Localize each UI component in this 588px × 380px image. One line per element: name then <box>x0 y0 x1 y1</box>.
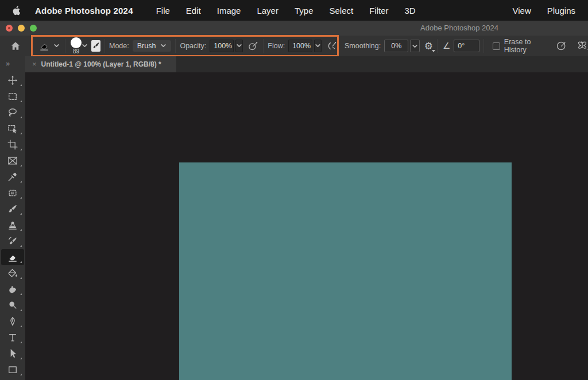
smoothing-label: Smoothing: <box>345 42 381 50</box>
tool-options-bar: 89 Mode: Brush Opacity: 100% <box>0 36 588 56</box>
tool-clone-stamp[interactable] <box>1 217 24 233</box>
object-selection-tool-icon <box>7 123 18 134</box>
toolbar-collapse-button[interactable]: » <box>0 56 25 70</box>
home-button[interactable] <box>0 36 31 56</box>
tool-preset-picker[interactable] <box>37 40 61 52</box>
chevron-down-icon <box>53 42 60 49</box>
document-tab-title: Untitled-1 @ 100% (Layer 1, RGB/8) * <box>41 60 161 68</box>
smoothing-input[interactable]: 0% <box>384 40 408 52</box>
menubar-app-name[interactable]: Adobe Photoshop 2024 <box>35 6 133 15</box>
document-tab[interactable]: × Untitled-1 @ 100% (Layer 1, RGB/8) * <box>25 56 176 72</box>
caret-down-icon <box>432 50 435 52</box>
chevron-down-icon <box>315 42 321 49</box>
tool-pen[interactable] <box>1 313 24 329</box>
brush-size-value: 89 <box>73 49 79 55</box>
type-tool-icon <box>7 332 18 343</box>
photoshop-window: Adobe Photoshop 2024 File Edit Image Lay… <box>0 0 588 380</box>
eraser-icon <box>38 40 50 52</box>
healing-brush-tool-icon <box>7 187 18 199</box>
tool-dodge[interactable] <box>1 297 24 313</box>
tool-healing-brush[interactable] <box>1 185 24 201</box>
brush-angle-input[interactable]: 0° <box>454 40 479 52</box>
mode-value: Brush <box>137 42 156 50</box>
brush-angle-icon: ∠ <box>443 41 450 51</box>
tool-type[interactable] <box>1 329 24 346</box>
rectangle-tool-icon <box>7 364 18 375</box>
eyedropper-tool-icon <box>7 171 18 183</box>
zoom-window-button[interactable] <box>30 25 37 32</box>
clone-stamp-tool-icon <box>7 219 18 231</box>
brush-preset-picker[interactable]: 89 <box>71 37 82 55</box>
move-tool-icon <box>7 75 18 86</box>
menu-select[interactable]: Select <box>321 6 361 15</box>
macos-menubar: Adobe Photoshop 2024 File Edit Image Lay… <box>0 0 588 21</box>
menu-layer[interactable]: Layer <box>249 6 287 15</box>
close-window-button[interactable] <box>6 25 13 32</box>
airbrush-toggle[interactable] <box>326 40 338 52</box>
chevron-down-icon[interactable] <box>82 42 88 49</box>
flow-input[interactable]: 100% <box>288 40 312 52</box>
menu-edit[interactable]: Edit <box>178 6 209 15</box>
document-artboard[interactable] <box>179 162 512 380</box>
divider <box>175 39 176 53</box>
window-title: Adobe Photoshop 2024 <box>420 21 498 36</box>
home-icon <box>10 40 21 52</box>
brush-panel-icon <box>91 41 100 51</box>
frame-tool-icon <box>7 155 18 166</box>
brush-tip-preview <box>71 37 82 48</box>
menu-type[interactable]: Type <box>287 6 322 15</box>
tool-rectangular-marquee[interactable] <box>1 88 24 104</box>
tool-eyedropper[interactable] <box>1 169 24 185</box>
mode-dropdown[interactable]: Brush <box>133 40 172 52</box>
menu-3d[interactable]: 3D <box>397 6 424 15</box>
tool-history-brush[interactable] <box>1 233 24 249</box>
flow-dropdown-button[interactable] <box>314 40 322 52</box>
paint-symmetry-button[interactable] <box>577 40 588 52</box>
tool-path-selection[interactable] <box>1 346 24 362</box>
tools-panel: » <box>0 56 25 380</box>
tool-paint-bucket[interactable] <box>1 265 24 281</box>
brush-tool-icon <box>7 203 18 215</box>
tool-brush[interactable] <box>1 201 24 217</box>
divider <box>263 39 264 53</box>
divider <box>65 39 65 53</box>
smoothing-options-button[interactable]: ⚙ <box>424 41 433 51</box>
tool-rectangle[interactable] <box>1 362 24 378</box>
mode-label: Mode: <box>109 42 129 50</box>
options-right-section: Smoothing: 0% ⚙ ∠ 0° Erase to History <box>345 38 588 54</box>
menu-items-right: View Plugins <box>505 6 583 15</box>
erase-to-history-label: Erase to History <box>504 38 546 54</box>
tool-smudge[interactable] <box>1 281 24 297</box>
eraser-tool-icon <box>7 251 18 263</box>
tool-move[interactable] <box>1 72 24 88</box>
smoothing-dropdown-button[interactable] <box>410 40 419 52</box>
minimize-window-button[interactable] <box>18 25 25 32</box>
menu-plugins[interactable]: Plugins <box>539 6 583 15</box>
chevron-down-icon <box>236 42 242 49</box>
dodge-tool-icon <box>7 300 18 311</box>
tool-frame[interactable] <box>1 153 24 169</box>
apple-menu-icon[interactable] <box>13 5 21 15</box>
flow-label: Flow: <box>268 42 285 50</box>
tool-eraser[interactable] <box>1 249 24 265</box>
tool-object-selection[interactable] <box>1 121 24 137</box>
opacity-input[interactable]: 100% <box>210 40 234 52</box>
menu-file[interactable]: File <box>148 6 178 15</box>
crop-tool-icon <box>7 139 18 150</box>
menu-filter[interactable]: Filter <box>361 6 396 15</box>
opacity-label: Opacity: <box>180 42 206 50</box>
tab-close-icon[interactable]: × <box>32 56 37 72</box>
brush-settings-panel-toggle[interactable] <box>91 40 100 52</box>
opacity-dropdown-button[interactable] <box>235 40 243 52</box>
tool-lasso[interactable] <box>1 104 24 121</box>
options-highlight-outline: 89 Mode: Brush Opacity: 100% <box>31 35 339 57</box>
erase-to-history-option[interactable]: Erase to History <box>493 38 546 54</box>
divider <box>483 39 484 53</box>
tool-crop[interactable] <box>1 137 24 153</box>
pressure-size-toggle[interactable] <box>556 40 567 52</box>
menu-image[interactable]: Image <box>209 6 249 15</box>
marquee-tool-icon <box>7 91 18 102</box>
erase-to-history-checkbox[interactable] <box>493 42 500 50</box>
menu-view[interactable]: View <box>505 6 539 15</box>
pressure-opacity-toggle[interactable] <box>247 40 259 52</box>
